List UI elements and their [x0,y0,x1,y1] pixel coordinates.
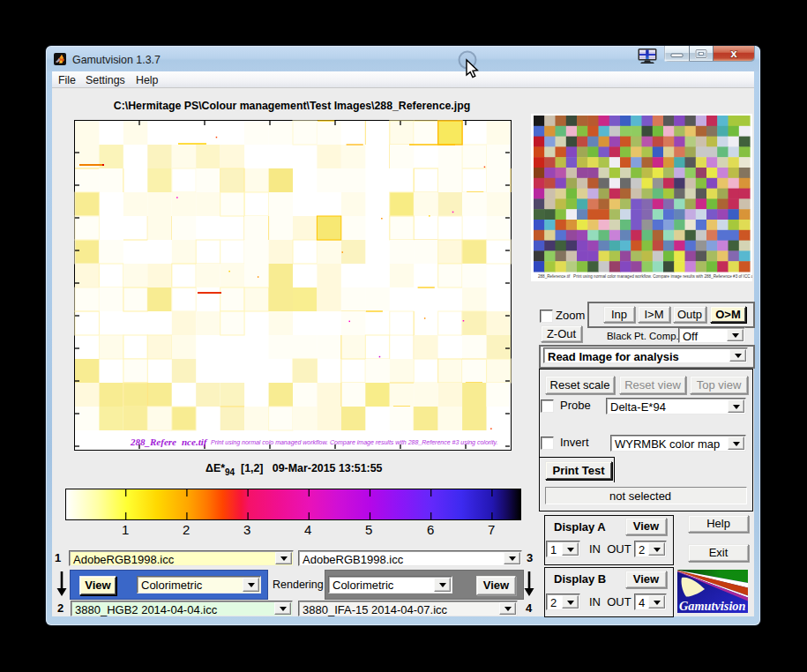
svg-text:288_Reference.tif Print usin: 288_Reference.tif Print using normal col… [538,274,752,279]
svg-text:288_Refere: 288_Refere [130,437,176,447]
svg-text:x: x [730,47,737,60]
svg-text:Print using normal colo manage: Print using normal colo managed workflow… [211,439,498,446]
svg-text:nce.tif: nce.tif [182,437,208,447]
svg-text:Gamutvision: Gamutvision [679,599,746,613]
